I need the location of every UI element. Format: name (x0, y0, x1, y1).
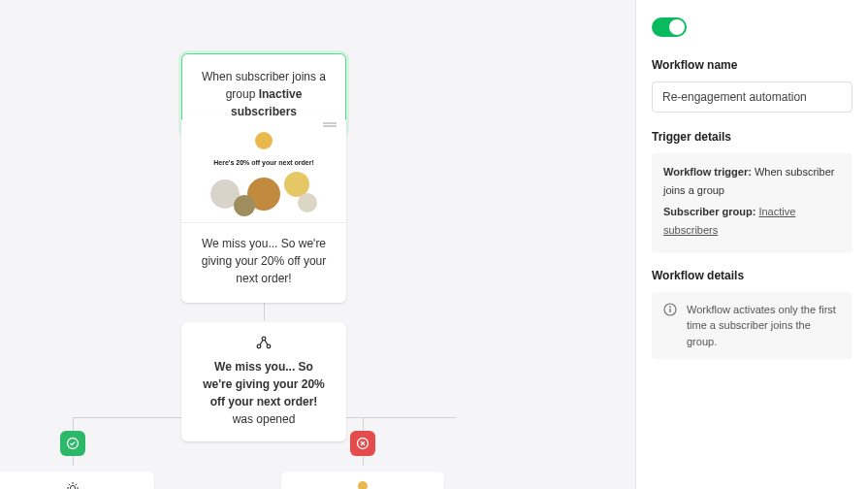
svg-point-7 (669, 306, 671, 308)
group-label: Subscriber group: (663, 206, 755, 217)
trigger-details-label: Trigger details (652, 130, 852, 144)
brand-logo (255, 132, 273, 149)
trigger-details-box: Workflow trigger: When subscriber joins … (652, 153, 852, 253)
yes-branch-badge[interactable] (60, 431, 85, 456)
trigger-prefix: When subscriber joins a (202, 70, 326, 83)
connector (264, 301, 265, 320)
trigger-label: Workflow trigger: (663, 166, 752, 178)
condition-node[interactable]: We miss you... So we're giving your 20% … (181, 322, 346, 441)
gear-icon (66, 481, 80, 489)
workflow-details-label: Workflow details (652, 269, 852, 282)
check-circle-icon (66, 437, 80, 450)
split-icon (199, 336, 329, 352)
workflow-name-label: Workflow name (652, 58, 852, 72)
email-node[interactable]: Here's 20% off your next order! We miss … (181, 116, 346, 303)
hamburger-icon (323, 122, 337, 124)
email-headline: Here's 20% off your next order! (181, 159, 346, 166)
svg-point-2 (267, 344, 271, 348)
svg-point-0 (262, 337, 266, 341)
svg-rect-8 (669, 309, 670, 312)
trigger-text: When subscriber joins a group Inactive s… (200, 68, 328, 120)
condition-text: We miss you... So we're giving your 20% … (199, 358, 329, 428)
workflow-details-info: Workflow activates only the first time a… (652, 292, 852, 360)
food-image (210, 172, 317, 216)
workflow-name-input[interactable] (652, 82, 852, 113)
condition-suffix: was opened (233, 412, 296, 426)
svg-point-5 (71, 486, 76, 490)
trigger-line2-prefix: group (226, 87, 259, 101)
workflow-active-toggle[interactable] (652, 17, 687, 37)
workflow-canvas[interactable]: When subscriber joins a group Inactive s… (0, 0, 635, 489)
email-caption: We miss you... So we're giving your 20% … (181, 223, 346, 303)
svg-point-1 (257, 344, 261, 348)
email-preview: Here's 20% off your next order! (181, 116, 346, 223)
x-circle-icon (356, 437, 370, 450)
brand-dot-icon (358, 481, 368, 489)
settings-sidebar: Workflow name Trigger details Workflow t… (635, 0, 868, 489)
info-icon (663, 303, 677, 321)
condition-bold: We miss you... So we're giving your 20% … (203, 360, 325, 408)
info-text: Workflow activates only the first time a… (687, 302, 841, 350)
branch-node-right[interactable] (281, 472, 444, 489)
branch-node-left[interactable] (0, 472, 154, 489)
no-branch-badge[interactable] (350, 431, 375, 456)
